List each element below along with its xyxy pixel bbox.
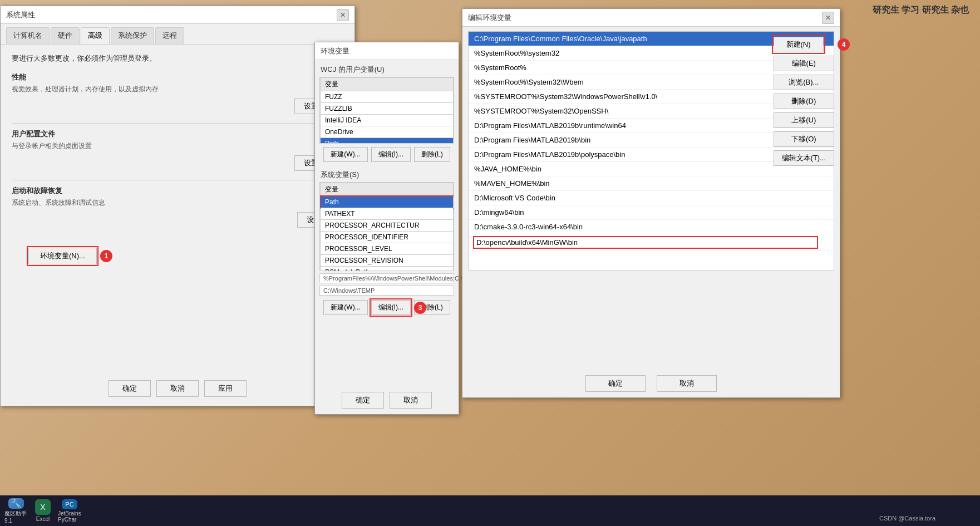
sys-props-close-btn[interactable]: ✕ <box>337 9 349 21</box>
edit-new-btn[interactable]: 新建(N) <box>774 37 824 52</box>
env-vars-btn[interactable]: 环境变量(N)... <box>28 248 97 264</box>
edit-env-title: 编辑环境变量 <box>468 13 511 23</box>
edit-confirm-btns: 确定 取消 <box>462 375 840 392</box>
sys-props-controls: ✕ <box>337 9 349 21</box>
admin-notice: 要进行大多数更改，你必须作为管理员登录。 <box>12 53 343 63</box>
sys-props-apply-btn[interactable]: 应用 <box>204 380 247 397</box>
pycharm-icon: PC <box>62 499 77 509</box>
taskbar-icon-excel[interactable]: X Excel <box>31 499 55 523</box>
user-vars-table: 变量 FUZZFUZZLIBIntelliJ IDEAOneDrivePathP… <box>320 77 454 144</box>
edit-cancel-btn[interactable]: 取消 <box>657 375 717 392</box>
badge-3: 3 <box>414 302 426 314</box>
edit-up-btn[interactable]: 上移(U) <box>774 112 834 128</box>
badge-4: 4 <box>838 38 850 51</box>
sys-var-value-1: %ProgramFiles%\WindowsPowerShell\Modules… <box>319 273 454 283</box>
user-delete-btn[interactable]: 删除(L) <box>414 147 450 162</box>
env-vars-ok-btn[interactable]: 确定 <box>342 392 384 409</box>
user-vars-btns: 新建(W)... 编辑(I)... 删除(L) <box>315 144 459 165</box>
sys-props-tabs: 计算机名 硬件 高级 系统保护 远程 <box>1 24 354 45</box>
tab-system-protection[interactable]: 系统保护 <box>111 27 154 44</box>
edit-env-item[interactable]: D:\mingw64\bin <box>469 205 834 220</box>
tab-remote[interactable]: 远程 <box>155 27 184 44</box>
system-properties-window: 系统属性 ✕ 计算机名 硬件 高级 系统保护 远程 要进行大多数更改，你必须作为… <box>0 6 355 406</box>
user-profile-title: 用户配置文件 <box>12 129 343 139</box>
performance-title: 性能 <box>12 72 343 82</box>
taskbar-icon-assistant[interactable]: 🔧 魔区助手 9.1 <box>4 499 28 523</box>
edit-edit-btn[interactable]: 编辑(E) <box>774 56 834 71</box>
edit-env-item[interactable]: D:\cmake-3.9.0-rc3-win64-x64\bin <box>469 220 834 234</box>
sys-vars-table-container[interactable]: 变量 Path2PATHEXTPROCESSOR_ARCHITECTURPROC… <box>319 182 454 271</box>
edit-env-item[interactable]: %MAVEN_HOME%\bin <box>469 176 834 191</box>
watermark-text: 研究生 学习 研究生 杂也 <box>873 4 969 16</box>
edit-env-close-btn[interactable]: ✕ <box>822 12 834 24</box>
taskbar-label-assistant: 魔区助手 9.1 <box>4 510 28 524</box>
env-vars-titlebar: 环境变量 <box>315 42 459 60</box>
excel-icon: X <box>35 499 51 515</box>
env-vars-title: 环境变量 <box>321 46 349 56</box>
divider-1 <box>12 123 343 124</box>
sys-var-row[interactable]: PROCESSOR_IDENTIFIER <box>321 232 454 243</box>
sys-props-title: 系统属性 <box>6 10 35 20</box>
user-var-row[interactable]: FUZZ <box>321 91 454 103</box>
sys-vars-table: 变量 Path2PATHEXTPROCESSOR_ARCHITECTURPROC… <box>320 183 454 271</box>
assistant-icon: 🔧 <box>8 498 24 509</box>
user-vars-title: WCJ 的用户变量(U) <box>315 60 459 77</box>
sys-props-cancel-btn[interactable]: 取消 <box>156 380 199 397</box>
user-var-row[interactable]: Path <box>321 138 454 144</box>
sys-var-row[interactable]: PROCESSOR_ARCHITECTUR <box>321 220 454 232</box>
sys-props-ok-btn[interactable]: 确定 <box>109 380 151 397</box>
user-vars-table-container[interactable]: 变量 FUZZFUZZLIBIntelliJ IDEAOneDrivePathP… <box>319 77 454 144</box>
sys-props-titlebar: 系统属性 ✕ <box>1 6 354 24</box>
user-var-row[interactable]: FUZZLIB <box>321 103 454 115</box>
edit-env-item[interactable]: D:\Microsoft VS Code\bin <box>469 191 834 205</box>
user-new-btn[interactable]: 新建(W)... <box>323 147 367 162</box>
edit-browse-btn[interactable]: 浏览(B)... <box>774 75 834 90</box>
sys-new-btn[interactable]: 新建(W)... <box>323 300 367 315</box>
env-vars-window: 环境变量 WCJ 的用户变量(U) 变量 FUZZFUZZLIBIntelliJ… <box>314 42 459 415</box>
user-profile-desc: 与登录帐户相关的桌面设置 <box>12 141 343 151</box>
sys-vars-title: 系统变量(S) <box>315 165 459 182</box>
badge-1: 1 <box>100 250 112 262</box>
tab-computer-name[interactable]: 计算机名 <box>6 27 50 44</box>
taskbar-icon-pycharm[interactable]: PC JetBrains PyChar <box>58 499 81 523</box>
user-var-row[interactable]: OneDrive <box>321 126 454 138</box>
user-var-row[interactable]: IntelliJ IDEA <box>321 115 454 126</box>
edit-side-buttons: 新建(N) 4 编辑(E) 浏览(B)... 删除(D) 上移(U) 下移(O)… <box>774 37 834 166</box>
sys-props-content: 要进行大多数更改，你必须作为管理员登录。 性能 视觉效果，处理器计划，内存使用，… <box>1 45 354 273</box>
sys-var-row[interactable]: PROCESSOR_REVISION <box>321 255 454 267</box>
taskbar-label-excel: Excel <box>36 516 50 522</box>
env-vars-cancel-btn[interactable]: 取消 <box>390 392 432 409</box>
edit-env-input[interactable] <box>473 236 818 249</box>
startup-desc: 系统启动、系统故障和调试信息 <box>12 198 343 208</box>
startup-title: 启动和故障恢复 <box>12 186 343 196</box>
user-var-col-header: 变量 <box>321 78 454 91</box>
tab-advanced[interactable]: 高级 <box>81 27 110 44</box>
edit-env-controls: ✕ <box>822 12 834 24</box>
edit-text-btn[interactable]: 编辑文本(T)... <box>774 150 834 166</box>
sys-var-row[interactable]: PSModulePath <box>321 267 454 272</box>
sys-props-bottom-btns: 确定 取消 应用 <box>1 380 354 397</box>
divider-2 <box>12 180 343 180</box>
user-edit-btn[interactable]: 编辑(I)... <box>371 147 411 162</box>
edit-env-window: 编辑环境变量 ✕ C:\Program Files\Common Files\O… <box>462 8 840 398</box>
edit-ok-btn[interactable]: 确定 <box>585 375 646 392</box>
edit-down-btn[interactable]: 下移(O) <box>774 131 834 147</box>
taskbar: 🔧 魔区助手 9.1 X Excel PC JetBrains PyChar C… <box>0 495 980 526</box>
sys-var-col-header: 变量 <box>321 183 454 196</box>
taskbar-label-pycharm: JetBrains PyChar <box>58 510 81 523</box>
edit-env-titlebar: 编辑环境变量 ✕ <box>462 9 840 27</box>
edit-env-item[interactable]: 5 <box>469 234 834 251</box>
performance-desc: 视觉效果，处理器计划，内存使用，以及虚拟内存 <box>12 85 343 94</box>
sys-var-row[interactable]: PATHEXT <box>321 208 454 220</box>
sys-var-value-2: C:\Windows\TEMP <box>319 286 454 296</box>
csdn-label: CSDN @Cassia.tora <box>879 515 935 522</box>
tab-hardware[interactable]: 硬件 <box>51 27 80 44</box>
sys-var-row[interactable]: PROCESSOR_LEVEL <box>321 243 454 255</box>
env-vars-confirm-btns: 确定 取消 <box>315 392 459 409</box>
edit-delete-btn[interactable]: 删除(D) <box>774 94 834 109</box>
sys-var-row[interactable]: Path2 <box>321 196 454 208</box>
sys-edit-btn[interactable]: 编辑(I)... <box>371 300 411 315</box>
